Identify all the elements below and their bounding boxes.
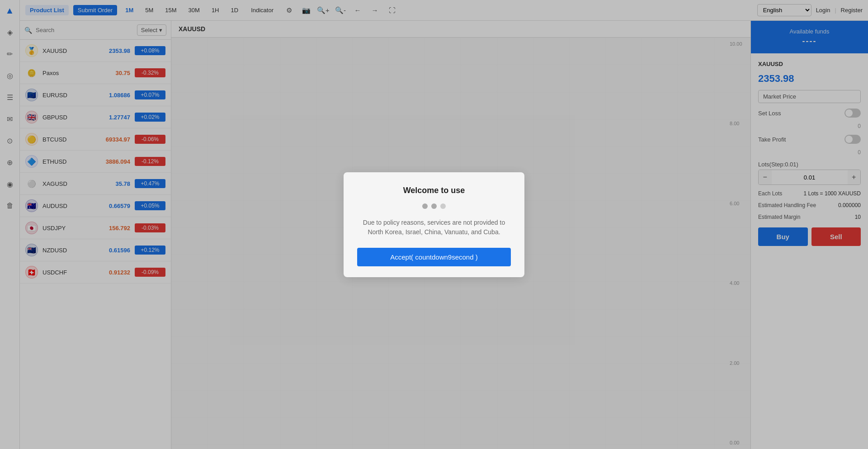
modal-overlay: Welcome to use Due to policy reasons, se… (0, 0, 868, 449)
modal-dot-0 (422, 203, 428, 209)
modal-body-text: Due to policy reasons, services are not … (357, 218, 511, 237)
modal-dot-2 (440, 203, 446, 209)
modal-dot-1 (431, 203, 437, 209)
modal-accept-button[interactable]: Accept( countdown9second ) (357, 248, 511, 266)
welcome-modal: Welcome to use Due to policy reasons, se… (344, 172, 524, 277)
modal-title: Welcome to use (357, 186, 511, 195)
modal-dots (357, 203, 511, 209)
